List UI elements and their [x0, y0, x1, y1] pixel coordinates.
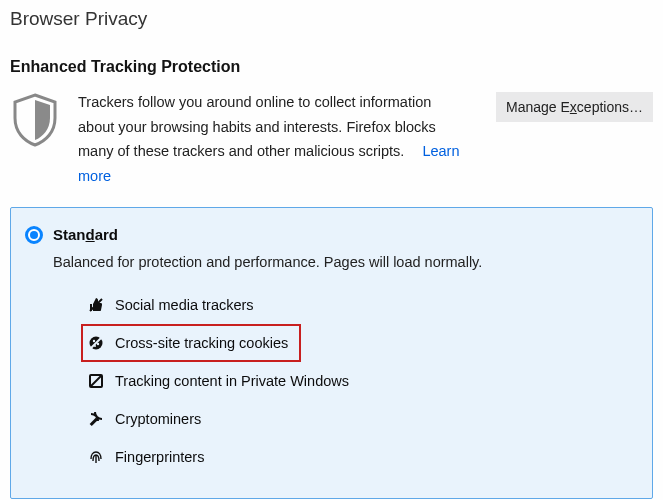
- tracker-item-content: Tracking content in Private Windows: [81, 362, 634, 400]
- tracker-item-cookies: Cross-site tracking cookies: [81, 324, 301, 362]
- mode-header: Standard: [25, 226, 634, 244]
- tracker-item-social: Social media trackers: [81, 286, 634, 324]
- thumb-icon: [87, 297, 105, 313]
- tracker-label: Cross-site tracking cookies: [115, 335, 288, 351]
- pick-icon: [87, 411, 105, 427]
- cookie-icon: [87, 335, 105, 351]
- tracker-list: Social media trackers Cross-site trackin…: [81, 286, 634, 476]
- tracker-label: Fingerprinters: [115, 449, 204, 465]
- page-title: Browser Privacy: [10, 8, 653, 30]
- tracker-item-crypto: Cryptominers: [81, 400, 634, 438]
- tracker-label: Cryptominers: [115, 411, 201, 427]
- fingerprint-icon: [87, 449, 105, 465]
- svg-rect-8: [90, 417, 98, 425]
- svg-point-2: [93, 339, 95, 341]
- etp-description-text: Trackers follow you around online to col…: [78, 94, 436, 159]
- section-heading-etp: Enhanced Tracking Protection: [10, 58, 653, 76]
- tracker-item-fingerprint: Fingerprinters: [81, 438, 634, 476]
- etp-intro-row: Trackers follow you around online to col…: [10, 90, 653, 189]
- tracker-label: Social media trackers: [115, 297, 254, 313]
- radio-selected-icon[interactable]: [25, 226, 43, 244]
- mode-standard-card[interactable]: Standard Balanced for protection and per…: [10, 207, 653, 499]
- svg-line-7: [91, 376, 101, 386]
- manage-exceptions-button[interactable]: Manage Exceptions…: [496, 92, 653, 122]
- blocked-icon: [87, 373, 105, 389]
- etp-description: Trackers follow you around online to col…: [78, 90, 480, 189]
- mode-name: Standard: [53, 226, 118, 243]
- tracker-label: Tracking content in Private Windows: [115, 373, 349, 389]
- mode-explain: Balanced for protection and performance.…: [53, 254, 634, 270]
- shield-icon: [10, 90, 62, 151]
